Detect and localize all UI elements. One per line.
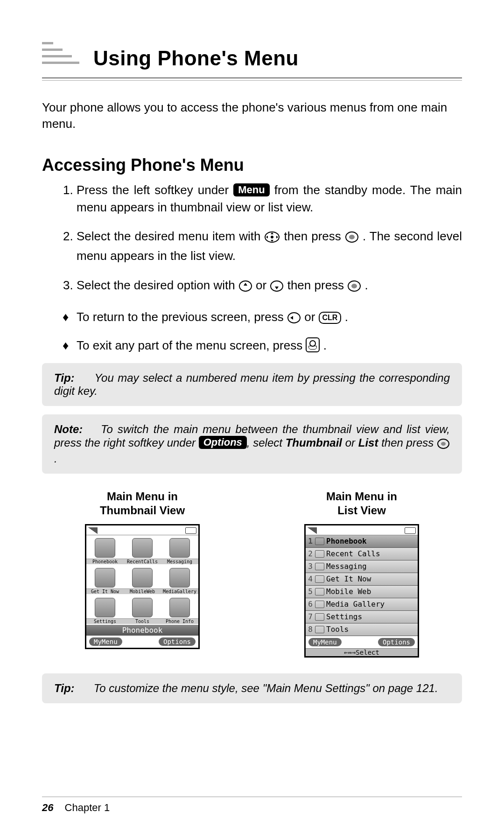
thumbnail-caption-line1: Main Menu in xyxy=(107,490,178,503)
svg-point-14 xyxy=(288,313,300,323)
tools-icon xyxy=(315,626,324,633)
ok-button-icon xyxy=(347,280,361,296)
note-strong-list: List xyxy=(358,436,378,449)
note-text-d: then press xyxy=(378,436,437,449)
list-num: 6 xyxy=(306,600,315,609)
list-num: 4 xyxy=(306,574,315,583)
list-row-mobileweb: 5Mobile Web xyxy=(306,586,418,598)
tip-body: To customize the menu style, see "Main M… xyxy=(94,682,438,694)
thumb-label: Phonebook xyxy=(86,559,124,564)
bullet-return: To return to the previous screen, press … xyxy=(63,308,462,328)
options-softkey-icon: Options xyxy=(199,436,247,449)
chapter-header: Using Phone's Menu xyxy=(42,42,462,75)
list-caption-line1: Main Menu in xyxy=(326,490,397,503)
list-num: 8 xyxy=(306,625,315,634)
list-text: Media Gallery xyxy=(326,600,385,609)
svg-marker-9 xyxy=(244,283,247,286)
list-num: 3 xyxy=(306,562,315,571)
bullet-exit-b: . xyxy=(323,338,327,352)
messaging-icon xyxy=(169,538,190,558)
focus-label: Phonebook xyxy=(86,625,198,636)
list-row-settings: 7Settings xyxy=(306,611,418,623)
svg-marker-2 xyxy=(271,232,273,234)
tip-box-2: Tip: To customize the menu style, see "M… xyxy=(42,673,462,703)
step-1-text-a: Press the left softkey under xyxy=(77,183,233,197)
step-1: Press the left softkey under Menu from t… xyxy=(77,182,462,216)
note-label: Note: xyxy=(54,423,96,436)
svg-marker-15 xyxy=(290,316,293,320)
battery-icon xyxy=(185,527,196,534)
bullet-return-b: or xyxy=(304,310,318,324)
thumb-label: RecentCalls xyxy=(124,559,161,564)
note-text-b: , select xyxy=(247,436,286,449)
tip-box-1: Tip: You may select a numbered menu item… xyxy=(42,363,462,406)
thumb-label: MobileWeb xyxy=(124,588,161,594)
softkey-left: MyMenu xyxy=(308,638,342,646)
page-footer: 26 Chapter 1 xyxy=(42,797,462,814)
step-3: Select the desired option with or then p… xyxy=(77,277,462,296)
thumb-getitnow: Get It Now xyxy=(86,565,124,595)
page-number: 26 xyxy=(42,802,53,813)
battery-icon xyxy=(405,527,416,534)
nav-left-icon xyxy=(287,311,301,328)
step-2-text-a: Select the desired menu item with xyxy=(77,229,264,243)
step-3-text-c: then press xyxy=(287,278,348,292)
tip-label: Tip: xyxy=(54,682,91,695)
mobileweb-icon xyxy=(315,588,324,595)
section-heading: Accessing Phone's Menu xyxy=(42,155,462,175)
thumb-messaging: Messaging xyxy=(161,535,198,565)
tip-body: You may select a numbered menu item by p… xyxy=(54,371,450,397)
svg-marker-3 xyxy=(271,240,273,242)
footer-rule xyxy=(42,797,462,797)
svg-point-1 xyxy=(271,236,273,238)
list-row-getitnow: 4Get It Now xyxy=(306,573,418,586)
bullet-exit: To exit any part of the menu screen, pre… xyxy=(63,337,462,354)
messaging-icon xyxy=(315,563,324,570)
tip-label: Tip: xyxy=(54,371,91,385)
recentcalls-icon xyxy=(315,550,324,558)
list-caption-line2: List View xyxy=(337,504,386,517)
mediagallery-icon xyxy=(315,601,324,608)
list-text: Settings xyxy=(326,612,362,621)
getitnow-icon xyxy=(315,575,324,583)
bullet-exit-a: To exit any part of the menu screen, pre… xyxy=(77,338,306,352)
clr-key-icon: CLR xyxy=(319,312,342,324)
thumb-recentcalls: RecentCalls xyxy=(124,535,161,565)
thumb-label: Phone Info xyxy=(161,618,198,624)
phonebook-icon xyxy=(315,538,324,545)
thumb-settings: Settings xyxy=(86,595,124,625)
recentcalls-icon xyxy=(132,538,153,558)
softkey-row: MyMenu Options xyxy=(306,636,418,648)
ok-button-icon xyxy=(345,231,359,247)
thumb-tools: Tools xyxy=(124,595,161,625)
thumbnail-view-column: Main Menu in Thumbnail View Phonebook Re… xyxy=(82,490,203,658)
bullet-return-c: . xyxy=(345,310,348,324)
thumb-label: Get It Now xyxy=(86,588,124,594)
thumb-label: Messaging xyxy=(161,559,198,564)
chapter-label: Chapter 1 xyxy=(65,802,110,813)
list-view-column: Main Menu in List View 1Phonebook 2Recen… xyxy=(301,490,422,658)
nav-4way-icon xyxy=(264,231,280,247)
step-3-text-a: Select the desired option with xyxy=(77,278,238,292)
list-text: Tools xyxy=(326,625,349,634)
mobileweb-icon xyxy=(132,568,153,588)
list-row-messaging: 3Messaging xyxy=(306,560,418,573)
thumbnail-caption: Main Menu in Thumbnail View xyxy=(82,490,203,518)
ok-button-icon xyxy=(437,438,450,452)
softkey-right: Options xyxy=(159,637,196,646)
thumb-mobileweb: MobileWeb xyxy=(124,565,161,595)
getitnow-icon xyxy=(95,568,115,588)
sub-bullets: To return to the previous screen, press … xyxy=(42,308,462,354)
thumbnail-caption-line2: Thumbnail View xyxy=(100,504,185,517)
mediagallery-icon xyxy=(169,568,190,588)
list-text: Phonebook xyxy=(326,537,367,546)
end-power-key-icon xyxy=(306,337,320,352)
thumb-label: Tools xyxy=(124,618,161,624)
signal-icon xyxy=(308,527,317,534)
svg-marker-5 xyxy=(276,236,278,238)
list-row-phonebook: 1Phonebook xyxy=(306,535,418,548)
svg-marker-4 xyxy=(266,236,268,238)
list-caption: Main Menu in List View xyxy=(301,490,422,518)
list-text: Mobile Web xyxy=(326,587,371,596)
svg-point-10 xyxy=(271,281,283,291)
